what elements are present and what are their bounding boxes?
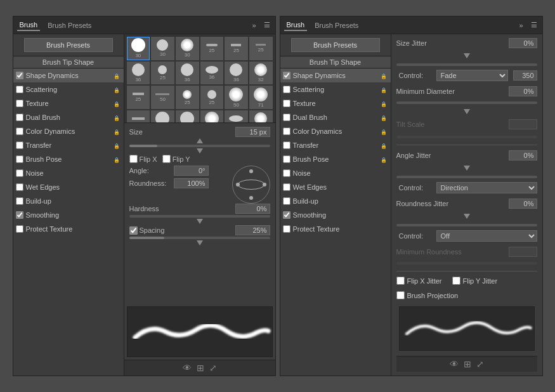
left-tab-brush-presets[interactable]: Brush Presets: [45, 20, 94, 30]
sidebar-item-noise[interactable]: Noise: [13, 166, 124, 180]
right-eye-icon[interactable]: 👁: [450, 359, 459, 369]
right-grid-icon[interactable]: ⊞: [464, 359, 471, 369]
right-header-arrows[interactable]: »: [518, 20, 524, 30]
brush-cell-9[interactable]: 36: [200, 62, 224, 85]
sidebar-item-smoothing[interactable]: Smoothing: [13, 208, 124, 222]
right-sidebar-item-color-dynamics[interactable]: Color Dynamics: [280, 124, 391, 138]
left-brush-presets-button[interactable]: Brush Presets: [24, 38, 113, 52]
roundness-jitter-slider[interactable]: [396, 224, 537, 226]
dual-brush-checkbox[interactable]: [16, 114, 23, 121]
brush-cell-14[interactable]: 25: [176, 86, 199, 109]
control-direction-select[interactable]: Direction Off Fade Pen Pressure: [436, 182, 537, 193]
color-dynamics-checkbox[interactable]: [16, 127, 23, 135]
right-smoothing-checkbox[interactable]: [283, 211, 291, 219]
right-texture-checkbox[interactable]: [283, 100, 291, 107]
flip-x-jitter-checkbox[interactable]: [396, 277, 405, 285]
min-diameter-slider[interactable]: [396, 101, 537, 104]
control-fade-value[interactable]: [513, 70, 537, 81]
brush-pose-checkbox[interactable]: [16, 155, 23, 163]
noise-checkbox[interactable]: [16, 169, 23, 177]
flip-y-label[interactable]: Flip Y: [162, 155, 190, 163]
right-brush-pose-checkbox[interactable]: [283, 155, 291, 163]
brush-cell-17[interactable]: 71: [249, 86, 273, 109]
right-sidebar-item-noise[interactable]: Noise: [280, 166, 391, 180]
right-sidebar-item-transfer[interactable]: Transfer: [280, 138, 391, 152]
left-header-menu[interactable]: ☰: [263, 20, 271, 30]
brush-cell-22[interactable]: 50: [225, 110, 248, 123]
right-brush-tip-shape[interactable]: Brush Tip Shape: [280, 56, 391, 69]
flip-x-jitter-label[interactable]: Flip X Jitter: [396, 277, 442, 285]
brush-cell-12[interactable]: 25: [127, 86, 150, 109]
brush-cell-15[interactable]: 25: [200, 86, 224, 109]
angle-jitter-slider[interactable]: [396, 176, 537, 178]
left-brush-tip-shape[interactable]: Brush Tip Shape: [13, 56, 124, 69]
brush-cell-20[interactable]: 50: [176, 110, 199, 123]
right-sidebar-item-smoothing[interactable]: Smoothing: [280, 208, 391, 222]
hardness-slider[interactable]: [129, 215, 270, 218]
right-sidebar-item-scattering[interactable]: Scattering: [280, 82, 391, 96]
spacing-label-check[interactable]: Spacing: [129, 226, 165, 235]
brush-cell-3[interactable]: 25: [200, 37, 224, 60]
size-input[interactable]: [235, 127, 270, 137]
size-slider[interactable]: [129, 145, 270, 147]
right-sidebar-item-dual-brush[interactable]: Dual Brush: [280, 110, 391, 124]
right-color-dynamics-checkbox[interactable]: [283, 127, 291, 135]
right-header-menu[interactable]: ☰: [530, 20, 539, 30]
sidebar-item-protect-texture[interactable]: Protect Texture: [13, 222, 124, 236]
right-sidebar-item-shape-dynamics[interactable]: Shape Dynamics: [280, 69, 391, 82]
brush-cell-21[interactable]: 50: [200, 110, 224, 123]
sidebar-item-shape-dynamics[interactable]: Shape Dynamics: [13, 69, 124, 82]
sidebar-item-scattering[interactable]: Scattering: [13, 82, 124, 96]
scattering-checkbox[interactable]: [16, 86, 23, 93]
right-protect-texture-checkbox[interactable]: [283, 225, 291, 233]
brush-cell-10[interactable]: 36: [225, 62, 248, 85]
right-brush-presets-button[interactable]: Brush Presets: [291, 38, 380, 52]
spacing-checkbox[interactable]: [129, 226, 138, 235]
right-sidebar-item-buildup[interactable]: Build-up: [280, 194, 391, 208]
buildup-checkbox[interactable]: [16, 197, 23, 205]
right-noise-checkbox[interactable]: [283, 169, 291, 177]
brush-cell-6[interactable]: 36: [127, 62, 150, 85]
right-scattering-checkbox[interactable]: [283, 86, 291, 93]
size-jitter-input[interactable]: [509, 38, 537, 48]
min-diameter-input[interactable]: [509, 86, 537, 96]
sidebar-item-buildup[interactable]: Build-up: [13, 194, 124, 208]
right-transfer-checkbox[interactable]: [283, 141, 291, 149]
protect-texture-checkbox[interactable]: [16, 225, 23, 233]
wet-edges-checkbox[interactable]: [16, 183, 23, 191]
brush-cell-11[interactable]: 32: [249, 62, 273, 85]
control-off-select[interactable]: Off Fade Pen Pressure: [436, 230, 537, 242]
right-sidebar-item-texture[interactable]: Texture: [280, 96, 391, 110]
flip-y-jitter-label[interactable]: Flip Y Jitter: [452, 277, 498, 285]
left-eye-icon[interactable]: 👁: [183, 363, 192, 373]
brush-cell-1[interactable]: 30: [151, 37, 174, 60]
hardness-input[interactable]: [235, 204, 270, 214]
brush-projection-checkbox[interactable]: [396, 291, 405, 299]
right-wet-edges-checkbox[interactable]: [283, 183, 291, 191]
spacing-input[interactable]: [235, 225, 270, 235]
flip-y-checkbox[interactable]: [162, 155, 171, 163]
sidebar-item-color-dynamics[interactable]: Color Dynamics: [13, 124, 124, 138]
right-buildup-checkbox[interactable]: [283, 197, 291, 205]
roundness-jitter-input[interactable]: [509, 199, 537, 209]
flip-x-label[interactable]: Flip X: [129, 155, 157, 163]
right-tab-brush-presets[interactable]: Brush Presets: [312, 20, 361, 30]
left-tab-brush[interactable]: Brush: [17, 20, 41, 31]
sidebar-item-brush-pose[interactable]: Brush Pose: [13, 152, 124, 166]
sidebar-item-wet-edges[interactable]: Wet Edges: [13, 180, 124, 194]
texture-checkbox[interactable]: [16, 100, 23, 107]
left-header-arrows[interactable]: »: [251, 20, 257, 30]
right-dual-brush-checkbox[interactable]: [283, 114, 291, 121]
angle-jitter-input[interactable]: [509, 150, 537, 160]
left-expand-icon[interactable]: ⤢: [209, 363, 217, 373]
flip-y-jitter-checkbox[interactable]: [452, 277, 460, 285]
flip-x-checkbox[interactable]: [129, 155, 138, 163]
brush-cell-0[interactable]: 30: [127, 37, 150, 60]
brush-cell-4[interactable]: 25: [225, 37, 248, 60]
brush-cell-13[interactable]: 50: [151, 86, 174, 109]
sidebar-item-texture[interactable]: Texture: [13, 96, 124, 110]
left-grid-icon[interactable]: ⊞: [197, 363, 204, 373]
size-jitter-slider[interactable]: [396, 63, 537, 66]
brush-cell-19[interactable]: 50: [151, 110, 174, 123]
brush-cell-23[interactable]: 36: [249, 110, 273, 123]
